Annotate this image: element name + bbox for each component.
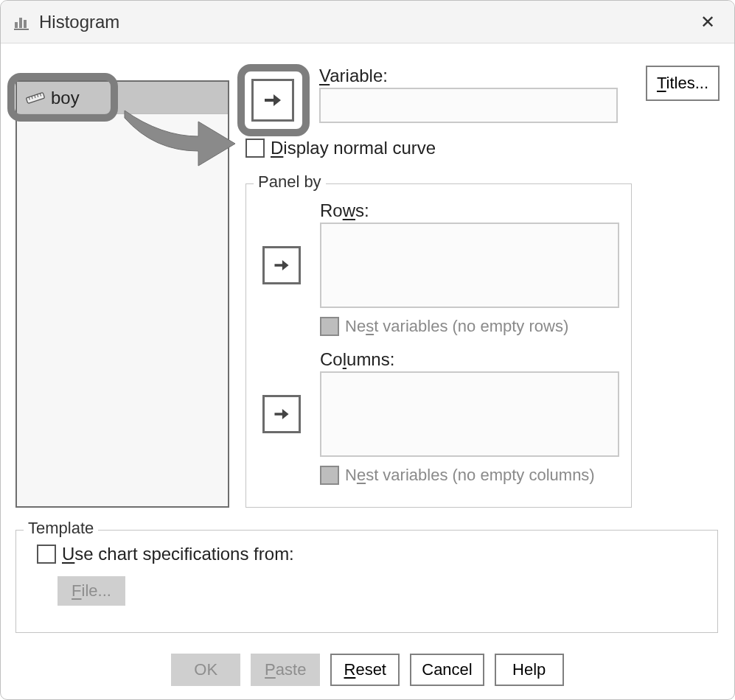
variable-list-item-label: boy [51,88,80,108]
dialog-body: boy Variable: Titles. [1,43,734,699]
cancel-button[interactable]: Cancel [410,654,484,686]
template-group: Template Use chart specifications from: … [15,530,718,633]
scale-icon [26,91,45,105]
ok-button: OK [171,654,240,686]
use-chart-specs-row: Use chart specifications from: [37,544,294,564]
nest-columns-row: Nest variables (no empty columns) [320,466,595,485]
window-title: Histogram [39,12,119,32]
svg-rect-3 [14,29,29,30]
arrow-right-icon [262,89,284,111]
variable-input[interactable] [319,88,618,123]
display-normal-curve-label: Display normal curve [271,138,436,158]
rows-label: Rows: [320,200,369,221]
variable-list-container: boy [15,80,229,508]
display-normal-curve-row: Display normal curve [245,138,436,158]
columns-label: Columns: [320,349,394,370]
svg-rect-2 [24,20,27,28]
histogram-dialog: Histogram ✕ [0,0,735,700]
nest-rows-row: Nest variables (no empty rows) [320,317,568,336]
rows-input[interactable] [320,223,619,308]
titlebar: Histogram ✕ [1,1,734,43]
nest-columns-checkbox [320,466,339,485]
titles-button[interactable]: Titles... [646,66,720,101]
use-chart-specs-checkbox[interactable] [37,545,56,564]
paste-button: Paste [251,654,320,686]
svg-rect-0 [15,22,18,28]
arrow-right-icon [272,405,291,424]
variable-label: Variable: [319,66,388,86]
panel-by-group: Panel by Rows: Nest variables (n [245,183,632,508]
svg-rect-1 [19,18,22,28]
file-button: File... [58,576,125,606]
close-button[interactable]: ✕ [693,7,722,37]
app-icon [13,13,32,32]
display-normal-curve-checkbox[interactable] [245,139,265,158]
columns-input[interactable] [320,371,619,457]
nest-columns-label: Nest variables (no empty columns) [345,466,595,485]
move-to-rows-button[interactable] [262,246,301,284]
variable-list[interactable]: boy [15,80,229,508]
nest-rows-label: Nest variables (no empty rows) [345,317,568,336]
reset-button[interactable]: Reset [330,654,400,686]
arrow-right-icon [272,256,291,275]
variable-list-item[interactable]: boy [17,82,228,114]
close-icon: ✕ [700,12,715,32]
move-to-variable-button[interactable] [251,79,294,122]
move-to-columns-button[interactable] [262,395,301,433]
button-row: OK Paste Reset Cancel Help [1,654,734,686]
nest-rows-checkbox [320,317,339,336]
help-button[interactable]: Help [495,654,564,686]
use-chart-specs-label: Use chart specifications from: [62,544,294,564]
